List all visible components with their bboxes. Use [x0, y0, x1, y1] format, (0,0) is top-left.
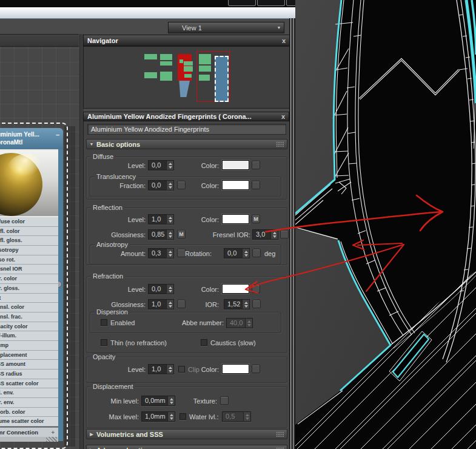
translucency-color-map-button[interactable] — [252, 181, 260, 189]
opacity-level-label: Level: — [109, 366, 146, 373]
spinner-arrows-icon[interactable] — [242, 300, 249, 309]
anisotropy-amount-spinner[interactable]: 0,3 — [148, 248, 174, 258]
refraction-glossiness-map-button[interactable] — [177, 300, 186, 308]
drag-handle-icon[interactable] — [276, 141, 284, 147]
opacity-color-swatch[interactable] — [222, 364, 249, 374]
node-slot[interactable]: R — [0, 294, 58, 303]
caustics-checkbox[interactable] — [201, 339, 207, 346]
nav-node — [199, 54, 211, 64]
reflection-color-map-button[interactable]: M — [252, 215, 260, 223]
diffuse-color-map-button[interactable] — [252, 161, 260, 169]
spinner-arrows-icon[interactable] — [166, 300, 173, 309]
node-slot[interactable]: lume scatter color — [0, 417, 58, 427]
node-slot[interactable]: isotropy — [0, 246, 58, 255]
node-slot[interactable]: sorb. color — [0, 408, 58, 417]
diffuse-color-swatch[interactable] — [222, 160, 249, 170]
navigator-titlebar[interactable]: Navigator x — [83, 35, 290, 46]
translucency-color-swatch[interactable] — [222, 180, 249, 190]
rollout-basic-options[interactable]: ▼ Basic options — [86, 139, 287, 149]
anisotropy-rotation-map-button[interactable] — [252, 249, 261, 257]
spinner-arrows-icon[interactable] — [242, 249, 249, 258]
node-slot[interactable]: ansl. frac. — [0, 312, 58, 322]
collapse-node-icon[interactable]: – — [56, 131, 59, 139]
reflection-color-swatch[interactable] — [222, 214, 249, 224]
spinner-arrows-icon[interactable] — [167, 396, 175, 405]
displacement-texture-map-button[interactable] — [220, 396, 229, 405]
node-slot[interactable]: fr. gloss. — [0, 284, 58, 294]
displacement-min-spinner[interactable]: 0,0mm — [141, 396, 175, 406]
material-node-header[interactable]: uminium Yell... oronaMtl – — [0, 128, 63, 149]
fresnel-ior-spinner[interactable]: 3,0 — [252, 229, 278, 240]
translucency-fraction-map-button[interactable] — [177, 181, 186, 189]
diffuse-level-spinner[interactable]: 0,0 — [148, 160, 174, 170]
rollout-advanced[interactable]: ▶ Advanced options — [86, 445, 287, 449]
dispersion-enabled-checkbox[interactable] — [101, 319, 107, 326]
close-icon[interactable]: x — [281, 113, 285, 120]
opacity-level-spinner[interactable]: 1,0 — [148, 364, 174, 374]
anisotropy-rotation-value: 0,0 — [224, 249, 242, 258]
node-slot[interactable]: pacity color — [0, 322, 58, 332]
chevron-down-icon[interactable]: ▼ — [274, 25, 284, 30]
displacement-group — [86, 387, 287, 428]
spinner-arrows-icon[interactable] — [270, 230, 278, 239]
material-panel-body: Aluminium Yellow Anodized Fingerprints ▼… — [83, 121, 290, 449]
refraction-level-spinner[interactable]: 0,0 — [148, 284, 174, 294]
node-slot[interactable]: SS scatter color — [0, 379, 58, 389]
rollout-closed-icon[interactable]: ▶ — [87, 432, 96, 437]
node-slot[interactable]: esnel IOR — [0, 265, 58, 274]
node-slot[interactable]: splacement — [0, 351, 58, 360]
opacity-color-map-button[interactable] — [252, 365, 260, 373]
navigator-thumbnail[interactable] — [83, 46, 290, 109]
spinner-arrows-icon[interactable] — [167, 412, 175, 421]
fresnel-ior-map-button[interactable] — [280, 230, 289, 238]
node-slot[interactable]: lf-illum. — [0, 331, 58, 341]
node-slot[interactable]: efl. color — [0, 227, 58, 237]
refraction-color-map-button[interactable] — [252, 285, 260, 293]
reflection-glossiness-spinner[interactable]: 0,85 — [148, 229, 174, 240]
material-panel-titlebar[interactable]: Aluminium Yellow Anodized Fingerprints (… — [83, 112, 289, 121]
thin-checkbox[interactable] — [101, 339, 107, 346]
plus-icon[interactable]: + — [51, 428, 55, 437]
window-button[interactable] — [257, 0, 285, 6]
spinner-arrows-icon[interactable] — [166, 230, 173, 239]
node-slot[interactable]: ump — [0, 341, 58, 351]
spinner-arrows-icon[interactable] — [166, 365, 173, 374]
rollout-volumetrics[interactable]: ▶ Volumetrics and SSS — [86, 429, 287, 439]
view-selector[interactable]: View 1 ▼ — [168, 22, 284, 33]
node-slot[interactable]: SS amount — [0, 360, 58, 370]
reflection-level-spinner[interactable]: 1,0 — [148, 214, 174, 224]
node-slot[interactable]: fr. color — [0, 274, 58, 284]
node-slot[interactable]: efl. gloss. — [0, 236, 58, 246]
node-slot[interactable]: fr. env. — [0, 398, 58, 408]
anisotropy-rotation-spinner[interactable]: 0,0 — [224, 248, 250, 258]
reflection-glossiness-map-button[interactable]: M — [177, 230, 186, 238]
refraction-glossiness-spinner[interactable]: 1,0 — [148, 299, 174, 309]
material-node[interactable]: uminium Yell... oronaMtl – ffuse coloref… — [0, 124, 63, 447]
viewport-wireframe[interactable] — [295, 0, 476, 449]
material-preview[interactable] — [0, 149, 63, 217]
node-slot[interactable]: SS radius — [0, 370, 58, 379]
drag-handle-icon[interactable] — [276, 431, 284, 437]
spinner-arrows-icon[interactable] — [166, 181, 173, 190]
window-button[interactable] — [228, 0, 256, 6]
close-icon[interactable]: x — [282, 37, 286, 44]
spinner-arrows-icon[interactable] — [166, 161, 173, 170]
material-name-input[interactable]: Aluminium Yellow Anodized Fingerprints — [87, 124, 286, 135]
displacement-max-spinner[interactable]: 1,0mm — [141, 411, 175, 422]
refraction-color-swatch[interactable] — [222, 284, 249, 294]
resize-grip-icon[interactable] — [46, 437, 57, 442]
water-level-checkbox[interactable] — [179, 413, 186, 420]
refraction-ior-map-button[interactable] — [252, 300, 261, 308]
refraction-ior-spinner[interactable]: 1,52 — [224, 299, 250, 309]
translucency-fraction-spinner[interactable]: 0,0 — [148, 180, 174, 191]
node-view[interactable]: uminium Yell... oronaMtl – ffuse coloref… — [0, 34, 80, 449]
mr-connection-row[interactable]: mr Connection + — [0, 427, 58, 437]
spinner-arrows-icon[interactable] — [166, 285, 173, 294]
reflection-color-label: Color: — [189, 216, 219, 223]
node-slot[interactable]: ansl. color — [0, 303, 58, 312]
node-slot[interactable]: fl. env. — [0, 388, 58, 398]
node-slot[interactable]: iso rot. — [0, 255, 58, 265]
rollout-open-icon[interactable]: ▼ — [87, 142, 96, 146]
spinner-arrows-icon[interactable] — [166, 215, 173, 224]
node-slot[interactable]: ffuse color — [0, 217, 58, 227]
